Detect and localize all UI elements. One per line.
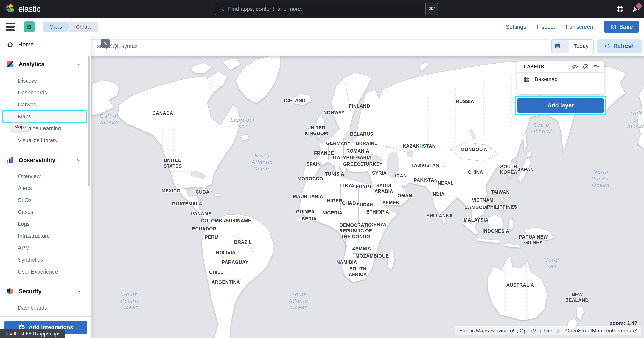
- sidebar-home-label: Home: [18, 41, 34, 48]
- help-icon[interactable]: [616, 5, 624, 13]
- security-logo-icon: [6, 288, 14, 295]
- menu-icon[interactable]: [6, 23, 14, 31]
- sidebar-scrollbar[interactable]: [88, 56, 90, 186]
- space-avatar[interactable]: D: [24, 21, 35, 32]
- global-search[interactable]: Find apps, content, and more. ⌘/: [215, 2, 438, 15]
- sidebar-section-security[interactable]: Security: [0, 286, 91, 297]
- attribution-link-openmaptiles[interactable]: OpenMapTiles: [520, 328, 565, 334]
- calendar-icon: [554, 43, 560, 49]
- date-picker[interactable]: Today: [552, 39, 594, 53]
- save-button[interactable]: Save: [604, 21, 639, 33]
- chevron-down-icon[interactable]: [76, 289, 82, 294]
- link-preview-statusbar: localhost:5601/app/maps: [0, 330, 65, 338]
- refresh-button[interactable]: Refresh: [597, 39, 642, 53]
- map-attribution: Elastic Maps ServiceOpenMapTilesOpenStre…: [456, 326, 642, 336]
- elastic-logo-icon: [5, 4, 15, 14]
- home-icon: [7, 41, 14, 48]
- notification-dot: [636, 3, 642, 9]
- layer-label: Basemap: [534, 76, 558, 82]
- kibana-logo-icon: [6, 61, 14, 68]
- add-layer-button[interactable]: Add layer: [518, 98, 604, 113]
- sidebar-item-canvas[interactable]: Canvas: [18, 99, 85, 111]
- breadcrumb-create: Create: [68, 22, 98, 32]
- layer-row-basemap[interactable]: Basemap: [518, 73, 604, 86]
- global-search-placeholder: Find apps, content, and more.: [228, 6, 425, 12]
- sidebar-item-discover[interactable]: Discover: [18, 75, 85, 87]
- query-bar: sing KQL syntax Today Refresh: [0, 36, 644, 56]
- analytics-nav-list: DiscoverDashboardsCanvasMapsMachine Lear…: [18, 75, 85, 146]
- attribution-link-openstreetmap-contributors[interactable]: OpenStreetMap contributors: [565, 328, 638, 334]
- divider: [0, 53, 91, 53]
- navigation-sidebar: Home Analytics DiscoverDashboardsCanvasM…: [0, 36, 92, 338]
- chevron-down-icon: [562, 44, 566, 48]
- add-layer-focus-ring: Add layer: [515, 96, 606, 115]
- layers-panel: LAYERS: [518, 61, 604, 94]
- app-toolbar: D Maps Create Settings Inspect Full scre…: [0, 18, 644, 36]
- observability-logo-icon: [6, 157, 14, 164]
- refresh-button-label: Refresh: [613, 43, 635, 49]
- sidebar-item-apm[interactable]: APM: [18, 242, 85, 254]
- sidebar-item-home[interactable]: Home: [0, 39, 91, 50]
- collapse-layers-panel-icon[interactable]: [594, 64, 600, 70]
- maps-tooltip: Maps: [11, 122, 30, 131]
- sidebar-item-overview[interactable]: Overview: [18, 170, 85, 182]
- inspect-link[interactable]: Inspect: [537, 24, 555, 30]
- save-icon: [610, 24, 616, 30]
- sidebar-item-logs[interactable]: Logs: [18, 218, 85, 230]
- zoom-value: 1.47: [627, 320, 638, 326]
- sidebar-item-cases[interactable]: Cases: [18, 206, 85, 218]
- elastic-logo[interactable]: elastic: [5, 4, 40, 14]
- settings-link[interactable]: Settings: [506, 24, 526, 30]
- sidebar-item-dashboards[interactable]: Dashboards: [18, 302, 85, 314]
- divider: [0, 316, 91, 317]
- global-header: elastic Find apps, content, and more. ⌘/: [0, 0, 644, 18]
- save-button-label: Save: [619, 23, 633, 30]
- zoom-indicator: zoom:1.47: [610, 320, 637, 326]
- sidebar-item-user-experience[interactable]: User Experience: [18, 266, 85, 278]
- sidebar-item-visualize-library[interactable]: Visualize Library: [18, 134, 85, 146]
- attribution-link-elastic-maps-service[interactable]: Elastic Maps Service: [459, 328, 520, 334]
- security-nav-list: Dashboards: [18, 302, 85, 314]
- breadcrumb: Maps Create: [43, 22, 98, 32]
- map-canvas[interactable]: CANADAUNITED STATESMEXICOCUBAGUATEMALAPA…: [92, 56, 644, 338]
- sidebar-item-infrastructure[interactable]: Infrastructure: [18, 230, 85, 242]
- calendar-segment[interactable]: [552, 40, 569, 52]
- zoom-label: zoom:: [610, 320, 625, 326]
- layers-panel-title: LAYERS: [524, 64, 572, 70]
- refresh-icon: [604, 43, 610, 49]
- sidebar-item-alerts[interactable]: Alerts: [18, 182, 85, 194]
- hide-all-layers-icon[interactable]: [572, 64, 578, 70]
- chevron-down-icon[interactable]: [76, 61, 82, 67]
- close-icon[interactable]: [101, 39, 110, 47]
- newsfeed-icon[interactable]: [632, 5, 640, 13]
- show-all-layers-icon[interactable]: [582, 64, 589, 70]
- sidebar-section-observability[interactable]: Observability: [0, 155, 91, 166]
- sidebar-item-slos[interactable]: SLOs: [18, 194, 85, 206]
- breadcrumb-maps[interactable]: Maps: [43, 22, 70, 32]
- chevron-down-icon[interactable]: [76, 158, 82, 163]
- sidebar-item-synthetics[interactable]: Synthetics: [18, 254, 85, 266]
- fullscreen-link[interactable]: Full screen: [566, 24, 593, 30]
- grid-icon: [524, 76, 530, 82]
- search-shortcut-badge: ⌘/: [425, 3, 438, 15]
- map-top-shadow: [92, 56, 644, 60]
- sidebar-item-maps[interactable]: Maps: [18, 111, 85, 122]
- sidebar-section-analytics[interactable]: Analytics: [0, 59, 91, 69]
- search-icon: [219, 6, 225, 12]
- sidebar-item-dashboards[interactable]: Dashboards: [18, 87, 85, 99]
- logo-wordmark: elastic: [18, 4, 40, 13]
- date-picker-value[interactable]: Today: [569, 40, 593, 52]
- observability-nav-list: OverviewAlertsSLOsCasesLogsInfrastructur…: [18, 170, 85, 278]
